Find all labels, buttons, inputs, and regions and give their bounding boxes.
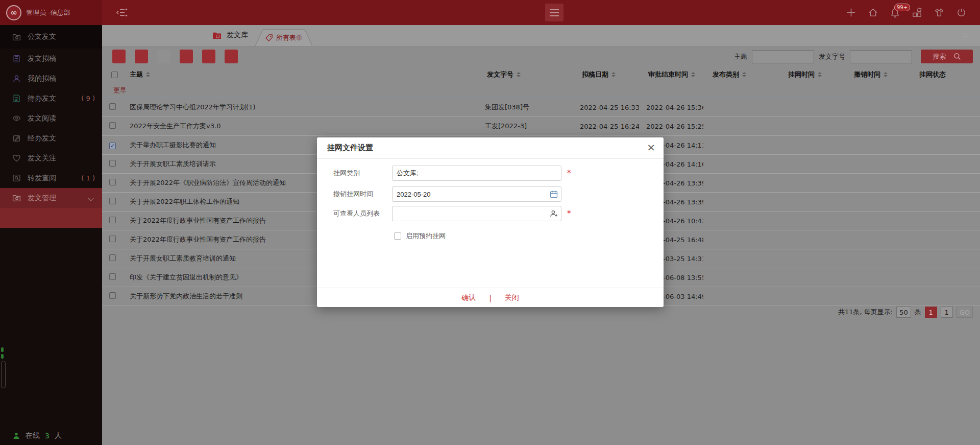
theme-shirt-icon[interactable] (934, 7, 945, 18)
docno-filter-input[interactable] (850, 50, 912, 63)
column-header-label: 主题 (130, 70, 143, 79)
sort-icon[interactable] (146, 72, 150, 77)
reserve-hang-checkbox[interactable] (394, 232, 401, 240)
calendar-icon[interactable] (550, 190, 558, 198)
hang-file-settings-dialog: 挂网文件设置 × 挂网类别 * 撤销挂网时间 可查看人员列表 (317, 137, 664, 307)
tab-all-forms[interactable]: 所有表单 (255, 29, 312, 46)
sidebar-item[interactable]: 经办发文 (0, 128, 102, 148)
sidebar-subitem[interactable] (0, 268, 102, 288)
reserve-hang-checkbox-row[interactable]: 启用预约挂网 (394, 231, 446, 241)
row-checkbox[interactable] (109, 273, 116, 280)
sidebar-subitem[interactable] (0, 208, 102, 228)
row-checkbox[interactable]: ✓ (109, 143, 116, 149)
tab-fawenku[interactable]: 发文库 (212, 31, 248, 40)
sidebar-item[interactable]: 发文关注 (0, 148, 102, 168)
row-title[interactable]: 医保局理论学习中心组2022年学习计划(1) (120, 103, 478, 112)
page-jump-input[interactable]: 1 (941, 307, 953, 318)
sort-icon[interactable] (611, 72, 616, 77)
notifications-icon[interactable]: 99+ (890, 7, 900, 18)
row-checkbox[interactable] (109, 198, 116, 204)
row-checkbox[interactable] (109, 179, 116, 185)
category-field: 挂网类别 * (333, 166, 571, 181)
toolbar-button[interactable] (202, 50, 215, 63)
subject-filter-label: 主题 (734, 52, 747, 61)
collapse-menu-icon[interactable] (115, 8, 128, 17)
toolbar: 主题 发文字号 搜索 (102, 46, 980, 66)
sidebar-subitem[interactable] (0, 228, 102, 248)
home-icon[interactable] (868, 7, 878, 18)
select-all-checkbox[interactable] (111, 72, 118, 78)
row-checkbox[interactable] (109, 122, 116, 129)
sort-icon[interactable] (517, 72, 521, 77)
row-checkbox[interactable] (109, 217, 116, 223)
dialog-header: 挂网文件设置 (317, 137, 664, 159)
sidebar-item-icon (12, 174, 21, 182)
column-header[interactable]: 审批结束时间 (639, 70, 703, 79)
column-header-label: 拟稿日期 (582, 70, 608, 79)
category-input[interactable] (392, 166, 561, 181)
sidebar-item[interactable]: 发文管理 (0, 188, 102, 208)
row-checkbox[interactable] (109, 160, 116, 167)
online-status: 在线 3 人 (12, 431, 62, 440)
confirm-button[interactable]: 确认 (461, 293, 476, 302)
logout-power-icon[interactable] (956, 7, 967, 18)
column-header[interactable]: 主题 (120, 70, 478, 79)
more-menu-button[interactable] (545, 4, 564, 21)
sort-icon[interactable] (691, 72, 695, 77)
search-button[interactable]: 搜索 (921, 50, 973, 63)
row-checkbox[interactable] (109, 236, 116, 242)
toolbar-button[interactable] (112, 50, 126, 63)
current-page-button[interactable]: 1 (925, 307, 937, 318)
revoke-time-input[interactable] (392, 186, 561, 202)
viewers-field: 可查看人员列表 * (333, 206, 571, 221)
toolbar-button[interactable] (157, 50, 170, 63)
sidebar-subitem[interactable] (0, 288, 102, 308)
sidebar-item[interactable]: 我的拟稿 (0, 68, 102, 88)
row-checkbox[interactable] (109, 103, 116, 110)
column-header[interactable]: 挂网状态 (910, 70, 980, 79)
group-label: 更早 (113, 86, 127, 95)
table-row[interactable]: 医保局理论学习中心组2022年学习计划(1) 集团发[038]号 2022-04… (102, 98, 980, 117)
viewers-input[interactable] (392, 206, 561, 221)
sidebar-item-label: 发文拟稿 (28, 54, 56, 63)
red-folder-icon (212, 31, 222, 39)
close-button[interactable]: 关闭 (505, 293, 519, 302)
go-button[interactable]: GO (957, 307, 973, 318)
column-header[interactable]: 发文字号 (478, 70, 573, 79)
sidebar-item[interactable]: 公文发文 (0, 25, 102, 49)
row-title[interactable]: 2022年安全生产工作方案v3.0 (120, 122, 478, 131)
sidebar-item-icon (12, 134, 21, 143)
sidebar: 公文发文 发文拟稿 我的拟稿 待办发文 ( 9 ) 发文阅读 (0, 25, 102, 445)
add-icon[interactable] (846, 7, 856, 18)
sidebar-subitem[interactable] (0, 248, 102, 268)
notification-badge: 99+ (894, 4, 910, 11)
column-header[interactable] (102, 72, 120, 78)
table-row[interactable]: 2022年安全生产工作方案v3.0 工发[2022-3] 2022-04-25 … (102, 117, 980, 136)
topbar-brand: ∞ 管理员 -信息部 (0, 0, 102, 25)
column-header[interactable]: 撤销时间 (845, 70, 910, 79)
sort-icon[interactable] (884, 72, 888, 77)
sidebar-item[interactable]: 转发查阅 ( 1 ) (0, 168, 102, 188)
column-header[interactable]: 挂网时间 (779, 70, 845, 79)
person-add-icon[interactable] (550, 209, 558, 218)
sidebar-item[interactable]: 待办发文 ( 9 ) (0, 88, 102, 108)
sidebar-item[interactable]: 发文拟稿 (0, 49, 102, 68)
column-header[interactable]: 拟稿日期 (573, 70, 639, 79)
toolbar-button[interactable] (135, 50, 148, 63)
sidebar-item[interactable]: 发文阅读 (0, 108, 102, 128)
row-checkbox[interactable] (109, 292, 116, 299)
chevron-down-icon (88, 195, 93, 201)
page-size-box[interactable]: 50 (896, 307, 911, 318)
sort-icon[interactable] (818, 72, 822, 77)
row-checkbox[interactable] (109, 254, 116, 261)
apps-grid-icon[interactable] (912, 7, 922, 18)
toolbar-button[interactable] (180, 50, 193, 63)
close-icon[interactable]: × (647, 142, 655, 152)
favorite-star-icon[interactable]: ☆ (961, 30, 969, 40)
toolbar-button[interactable] (225, 50, 238, 63)
column-header[interactable]: 发布类别 (703, 70, 779, 79)
subject-filter-input[interactable] (752, 50, 814, 63)
sidebar-scroll-indicator[interactable] (1, 347, 6, 388)
sort-icon[interactable] (742, 72, 746, 77)
tab-all-forms-label: 所有表单 (276, 33, 303, 42)
